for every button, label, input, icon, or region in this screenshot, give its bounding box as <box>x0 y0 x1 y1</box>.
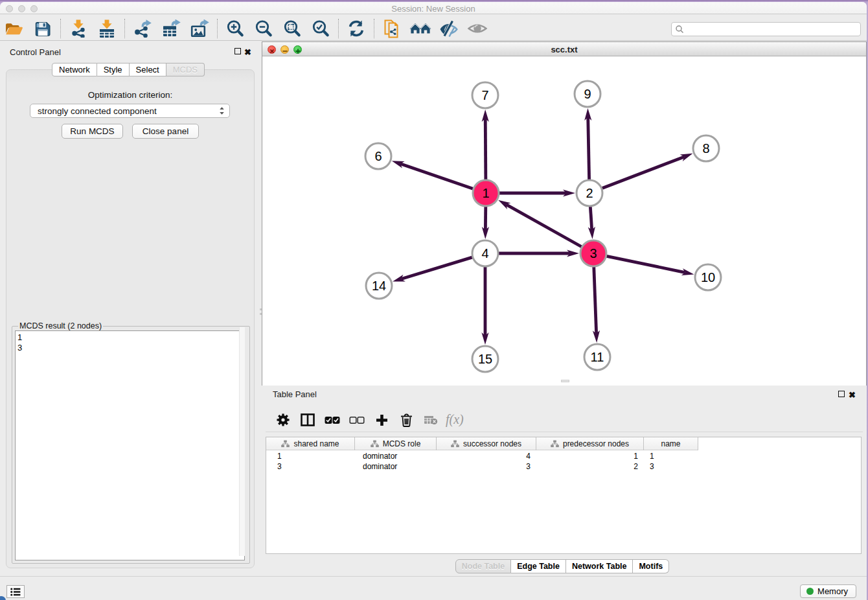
duplicate-network-icon <box>383 19 401 38</box>
tab-mcds[interactable]: MCDS <box>166 63 205 76</box>
delete-table-button[interactable] <box>418 408 443 432</box>
tab-select[interactable]: Select <box>130 63 166 76</box>
add-column-button[interactable] <box>369 408 394 432</box>
network-canvas[interactable]: 1234678910111415 <box>262 56 866 386</box>
column-header-predecessor-nodes[interactable]: predecessor nodes <box>536 437 644 450</box>
horizontal-split-handle[interactable] <box>561 380 569 382</box>
mcds-result-title: MCDS result (2 nodes) <box>18 321 103 330</box>
zoom-out-button[interactable] <box>252 17 275 40</box>
result-scrollbar[interactable] <box>239 327 245 556</box>
import-network-button[interactable] <box>67 17 90 40</box>
table-panel-title: Table Panel <box>273 389 317 399</box>
cell-successor-nodes[interactable]: 3 <box>437 461 536 472</box>
graph-node-label-14: 14 <box>372 279 386 293</box>
optimization-criterion-label: Optimization criterion: <box>6 90 254 100</box>
tab-network[interactable]: Network <box>52 63 97 76</box>
edge-3-10[interactable] <box>607 256 685 272</box>
float-window-icon[interactable] <box>234 48 241 54</box>
edge-3-11[interactable] <box>594 267 597 334</box>
open-file-button[interactable] <box>3 17 26 40</box>
attribute-tree-icon <box>371 440 379 448</box>
graph-node-label-8: 8 <box>702 141 709 156</box>
tab-motifs[interactable]: Motifs <box>633 559 669 573</box>
cell-predecessor-nodes[interactable]: 2 <box>536 461 644 472</box>
graph-node-label-4: 4 <box>481 246 488 260</box>
table-row-1[interactable]: 1dominator411 <box>266 451 698 461</box>
save-session-button[interactable] <box>31 17 54 40</box>
memory-button[interactable]: Memory <box>800 584 856 598</box>
network-view-window: scc.txt 1234678910111415 <box>262 41 867 386</box>
main-toolbar <box>0 14 867 41</box>
zoom-selected-button[interactable] <box>309 17 332 40</box>
import-network-icon <box>69 19 87 38</box>
graph-node-label-7: 7 <box>481 88 488 102</box>
duplicate-network-button[interactable] <box>380 17 404 40</box>
main-window: Session: New Session <box>0 2 867 600</box>
zoom-out-icon <box>255 19 273 38</box>
edge-1-7[interactable] <box>485 119 486 179</box>
criterion-dropdown[interactable]: strongly connected component <box>30 104 230 118</box>
column-header-label: predecessor nodes <box>563 439 629 448</box>
gear-button[interactable] <box>271 408 295 432</box>
tab-edge-table[interactable]: Edge Table <box>511 559 566 573</box>
open-file-icon <box>5 19 24 38</box>
search-input[interactable] <box>684 24 860 34</box>
column-header-shared-name[interactable]: shared name <box>266 437 355 450</box>
control-panel-tabs: NetworkStyleSelectMCDS <box>52 63 205 76</box>
column-header-name[interactable]: name <box>644 437 698 450</box>
export-image-button[interactable] <box>188 17 211 40</box>
show-panel-button[interactable] <box>466 17 489 40</box>
cell-shared-name[interactable]: 3 <box>266 461 355 472</box>
task-history-button[interactable] <box>6 585 25 598</box>
edge-2-9[interactable] <box>588 117 589 179</box>
edge-2-8[interactable] <box>602 157 685 189</box>
dropdown-arrows-icon <box>219 106 225 116</box>
home-button[interactable] <box>409 17 432 40</box>
window-title: Session: New Session <box>0 4 867 14</box>
import-table-button[interactable] <box>95 17 119 40</box>
close-icon[interactable]: ✖ <box>244 49 251 56</box>
deselect-all-button[interactable] <box>345 408 369 432</box>
search-box[interactable] <box>671 22 861 36</box>
tab-network-table[interactable]: Network Table <box>566 559 634 573</box>
graph-node-label-1: 1 <box>482 186 489 200</box>
cell-name[interactable]: 1 <box>644 451 698 461</box>
refresh-button[interactable] <box>345 17 368 40</box>
column-header-label: shared name <box>293 439 339 448</box>
table-row-3[interactable]: 3dominator323 <box>266 461 698 472</box>
cell-successor-nodes[interactable]: 4 <box>437 451 536 461</box>
toolbar-separator <box>217 19 218 38</box>
edge-1-6[interactable] <box>400 164 473 189</box>
float-window-icon[interactable] <box>838 391 845 397</box>
close-icon[interactable]: ✖ <box>849 392 856 398</box>
column-header-successor-nodes[interactable]: successor nodes <box>437 437 536 450</box>
cell-predecessor-nodes[interactable]: 1 <box>536 451 644 461</box>
tab-node-table[interactable]: Node Table <box>455 559 511 573</box>
edge-2-3[interactable] <box>590 207 591 230</box>
split-columns-button[interactable] <box>295 408 320 432</box>
cell-name[interactable]: 3 <box>644 461 698 472</box>
node-table: shared name MCDS role successor nodes pr… <box>266 437 862 554</box>
function-builder-button[interactable]: f(x) <box>443 408 468 432</box>
mcds-result-list[interactable]: 1 3 <box>15 330 245 560</box>
hide-panel-button[interactable] <box>437 17 461 40</box>
mcds-panel: Optimization criterion: strongly connect… <box>6 69 255 568</box>
cell-MCDS-role[interactable]: dominator <box>355 461 437 472</box>
toolbar-separator <box>60 19 61 38</box>
edge-4-14[interactable] <box>401 257 472 279</box>
zoom-fit-button[interactable] <box>280 17 304 40</box>
delete-column-button[interactable] <box>394 408 418 432</box>
column-header-MCDS-role[interactable]: MCDS role <box>355 437 437 450</box>
zoom-in-button[interactable] <box>223 17 247 40</box>
select-all-button[interactable] <box>320 408 345 432</box>
run-mcds-button[interactable]: Run MCDS <box>62 124 123 139</box>
svg-text:f(x): f(x) <box>446 413 464 427</box>
cell-MCDS-role[interactable]: dominator <box>355 451 437 461</box>
tab-style[interactable]: Style <box>97 63 130 76</box>
edge-3-1[interactable] <box>506 205 581 247</box>
close-panel-button[interactable]: Close panel <box>132 124 199 139</box>
export-network-button[interactable] <box>131 17 154 40</box>
cell-shared-name[interactable]: 1 <box>266 451 355 461</box>
export-table-button[interactable] <box>159 17 183 40</box>
memory-label: Memory <box>817 586 848 596</box>
